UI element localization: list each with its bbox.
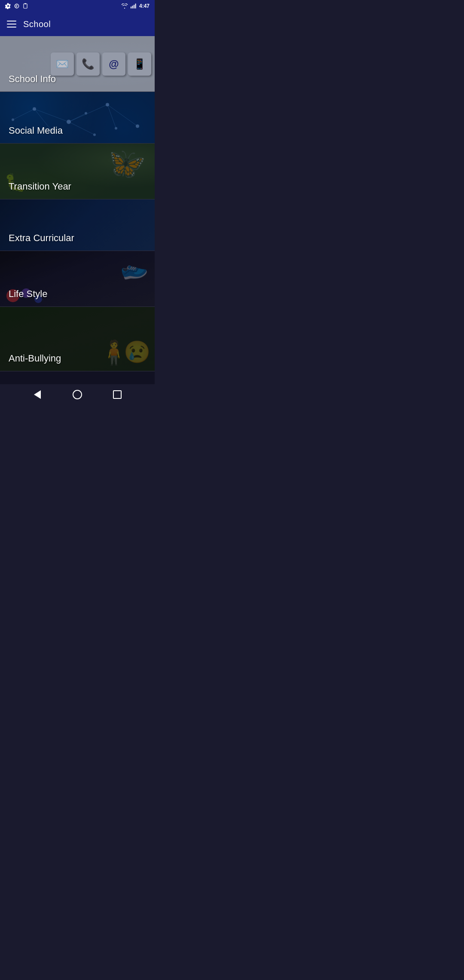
menu-item-life-style[interactable]: 👟 Life Style (0, 251, 155, 307)
transition-year-label: Transition Year (9, 181, 71, 192)
recents-button[interactable] (110, 388, 124, 401)
back-arrow-icon (34, 390, 41, 399)
menu-item-school-info[interactable]: ✉️ 📞 @ 📱 School Info (0, 36, 155, 92)
recents-square-icon (113, 390, 122, 399)
svg-rect-2 (24, 3, 26, 4)
anti-bullying-label: Anti-Bullying (9, 353, 61, 364)
menu-item-social-media[interactable]: Social Media (0, 92, 155, 144)
status-icons-left (5, 3, 28, 9)
menu-item-transition-year[interactable]: 🦋 🐛 Transition Year (0, 144, 155, 199)
status-right: 4:47 (121, 3, 150, 9)
life-style-label: Life Style (9, 288, 48, 300)
hamburger-menu-button[interactable] (7, 21, 16, 28)
signal-icon (131, 3, 137, 9)
sync-icon (14, 3, 20, 9)
bottom-nav (0, 384, 155, 405)
app-bar-title: School (23, 19, 51, 29)
svg-rect-5 (134, 5, 134, 8)
time-display: 4:47 (139, 3, 150, 9)
back-button[interactable] (31, 388, 44, 401)
home-circle-icon (73, 390, 82, 399)
extra-curricular-label: Extra Curricular (9, 233, 74, 244)
status-bar: 4:47 (0, 0, 155, 12)
bottom-spacer (0, 371, 155, 384)
wifi-icon (121, 3, 128, 9)
svg-rect-3 (131, 6, 131, 8)
social-media-label: Social Media (9, 125, 63, 136)
app-bar: School (0, 12, 155, 36)
menu-item-anti-bullying[interactable]: 🧍 😢 Anti-Bullying (0, 307, 155, 371)
menu-list: ✉️ 📞 @ 📱 School Info (0, 36, 155, 384)
home-button[interactable] (70, 388, 84, 401)
clipboard-icon (22, 3, 28, 9)
school-info-label: School Info (9, 74, 56, 85)
svg-rect-1 (24, 4, 27, 9)
svg-rect-6 (135, 3, 136, 8)
svg-rect-4 (132, 6, 133, 8)
menu-item-extra-curricular[interactable]: Extra Curricular (0, 199, 155, 251)
settings-icon (5, 3, 11, 9)
